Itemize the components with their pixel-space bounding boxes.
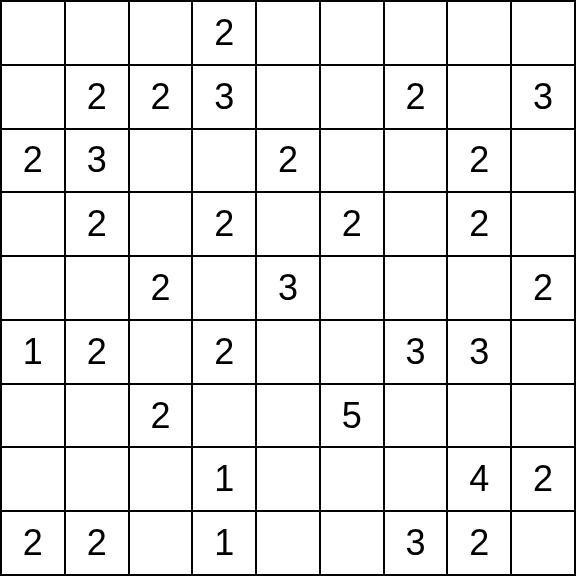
grid-cell[interactable] (384, 447, 448, 511)
grid-cell[interactable] (447, 256, 511, 320)
grid-cell[interactable]: 3 (384, 511, 448, 575)
grid-cell[interactable] (511, 192, 575, 256)
grid-cell[interactable]: 2 (447, 511, 511, 575)
grid-cell[interactable]: 2 (192, 1, 256, 65)
grid-cell[interactable] (320, 320, 384, 384)
grid-cell[interactable]: 2 (511, 256, 575, 320)
grid-cell[interactable]: 2 (256, 129, 320, 193)
grid-cell[interactable]: 2 (192, 192, 256, 256)
grid-cell[interactable] (447, 1, 511, 65)
grid-cell[interactable] (129, 511, 193, 575)
grid-cell[interactable] (320, 256, 384, 320)
grid-cell[interactable] (320, 65, 384, 129)
grid-cell[interactable] (511, 384, 575, 448)
grid-cell[interactable]: 2 (65, 192, 129, 256)
grid-cell[interactable] (65, 384, 129, 448)
grid-cell[interactable]: 3 (511, 65, 575, 129)
grid-cell[interactable]: 2 (129, 65, 193, 129)
grid-cell[interactable] (192, 129, 256, 193)
grid-cell[interactable]: 5 (320, 384, 384, 448)
grid-cell[interactable] (1, 256, 65, 320)
grid-cell[interactable] (129, 192, 193, 256)
grid-cell[interactable]: 1 (1, 320, 65, 384)
grid-cell[interactable]: 2 (192, 320, 256, 384)
grid-cell[interactable] (1, 447, 65, 511)
grid-cell[interactable] (65, 447, 129, 511)
grid-cell[interactable]: 2 (65, 65, 129, 129)
grid-cell[interactable] (129, 1, 193, 65)
grid-cell[interactable]: 2 (1, 129, 65, 193)
grid-cell[interactable] (384, 256, 448, 320)
grid-cell[interactable]: 3 (65, 129, 129, 193)
grid-cell[interactable] (320, 511, 384, 575)
grid-cell[interactable]: 3 (447, 320, 511, 384)
grid-cell[interactable]: 2 (1, 511, 65, 575)
grid-cell[interactable]: 4 (447, 447, 511, 511)
grid-cell[interactable] (384, 192, 448, 256)
grid-cell[interactable] (256, 447, 320, 511)
grid-cell[interactable] (384, 384, 448, 448)
grid-cell[interactable]: 3 (384, 320, 448, 384)
grid-cell[interactable] (256, 511, 320, 575)
grid-cell[interactable] (65, 256, 129, 320)
grid-cell[interactable] (1, 384, 65, 448)
grid-cell[interactable] (1, 65, 65, 129)
grid-cell[interactable] (511, 511, 575, 575)
grid-cell[interactable]: 2 (129, 384, 193, 448)
grid-cell[interactable]: 2 (511, 447, 575, 511)
grid-cell[interactable] (1, 1, 65, 65)
grid-cell[interactable] (256, 384, 320, 448)
grid-cell[interactable]: 1 (192, 511, 256, 575)
grid-cell[interactable] (256, 1, 320, 65)
grid-cell[interactable]: 2 (447, 129, 511, 193)
grid-cell[interactable] (447, 384, 511, 448)
puzzle-grid: 22232323222222232122332514222132 (0, 0, 576, 576)
grid-cell[interactable] (320, 1, 384, 65)
grid-cell[interactable] (192, 256, 256, 320)
grid-cell[interactable]: 3 (192, 65, 256, 129)
grid-cell[interactable] (256, 65, 320, 129)
grid-cell[interactable] (256, 192, 320, 256)
grid-cell[interactable] (129, 129, 193, 193)
grid-cell[interactable] (1, 192, 65, 256)
grid-cell[interactable] (320, 129, 384, 193)
grid-cell[interactable]: 2 (384, 65, 448, 129)
grid-cell[interactable] (384, 1, 448, 65)
grid-cell[interactable] (129, 447, 193, 511)
grid-cell[interactable]: 2 (320, 192, 384, 256)
grid-cell[interactable] (129, 320, 193, 384)
grid-cell[interactable]: 2 (447, 192, 511, 256)
grid-cell[interactable] (65, 1, 129, 65)
grid-cell[interactable]: 2 (65, 511, 129, 575)
grid-cell[interactable] (192, 384, 256, 448)
grid-cell[interactable]: 3 (256, 256, 320, 320)
grid-cell[interactable] (511, 1, 575, 65)
grid-cell[interactable] (511, 320, 575, 384)
grid-cell[interactable] (511, 129, 575, 193)
grid-cell[interactable]: 2 (129, 256, 193, 320)
grid-cell[interactable] (320, 447, 384, 511)
grid-cell[interactable]: 1 (192, 447, 256, 511)
grid-cell[interactable] (256, 320, 320, 384)
grid-cell[interactable] (447, 65, 511, 129)
grid-cell[interactable] (384, 129, 448, 193)
grid-cell[interactable]: 2 (65, 320, 129, 384)
